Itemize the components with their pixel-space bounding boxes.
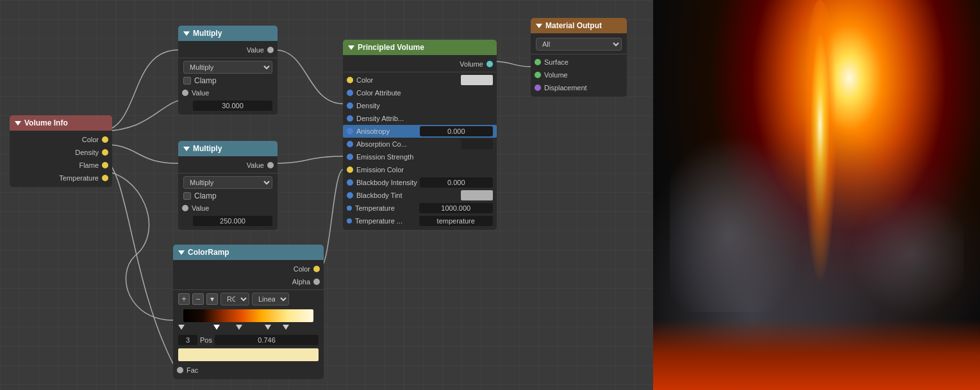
density-output-label: Density <box>13 149 99 156</box>
colorramp-more-button[interactable]: ▾ <box>206 293 218 305</box>
multiply2-clamp-row: Clamp <box>178 190 278 202</box>
material-output-target-select[interactable]: All <box>536 38 622 51</box>
pv-blackbody-tint-label: Blackbody Tint <box>356 191 461 199</box>
pv-color-row: Color <box>343 74 497 86</box>
pv-density-attr-socket[interactable] <box>347 115 353 122</box>
multiply1-clamp-checkbox[interactable] <box>183 77 191 85</box>
multiply1-value-in-label: Value <box>192 89 274 97</box>
pv-blackbody-tint-socket[interactable] <box>347 192 353 199</box>
colorramp-node: ColorRamp Color Alpha + − ▾ RGB Linear <box>173 245 324 379</box>
pv-temperature-label: Temperature <box>355 204 419 212</box>
pv-blackbody-intensity-socket[interactable] <box>347 179 353 186</box>
multiply2-clamp-checkbox[interactable] <box>183 192 191 200</box>
collapse-icon[interactable] <box>183 147 190 151</box>
multiply2-value-out-row: Value <box>178 159 278 172</box>
smoke-left <box>670 117 817 313</box>
color-output-label: Color <box>13 136 99 143</box>
pv-density-row: Density <box>343 99 497 112</box>
colorramp-interp-select[interactable]: Linear <box>252 293 289 305</box>
colorramp-add-stop-button[interactable]: + <box>178 293 190 305</box>
colorramp-fac-socket[interactable] <box>177 367 183 373</box>
principled-volume-header: Principled Volume <box>343 40 497 55</box>
pv-emission-strength-row: Emission Strength <box>343 150 497 163</box>
multiply2-body: Value Multiply Clamp Value 250.000 <box>178 156 278 230</box>
pv-temperature-attr-socket[interactable] <box>347 218 352 223</box>
colorramp-gradient[interactable] <box>183 309 313 322</box>
pv-temperature-attr-value[interactable]: temperature <box>419 216 494 226</box>
colorramp-color-out-socket[interactable] <box>313 266 320 272</box>
colorramp-stops-area <box>178 325 319 332</box>
stop-marker-2[interactable] <box>236 325 242 334</box>
multiply1-value-in-row: Value <box>178 86 278 99</box>
collapse-icon[interactable] <box>178 250 185 255</box>
pv-color-socket[interactable] <box>347 77 353 83</box>
multiply1-value-out-socket[interactable] <box>267 47 274 53</box>
multiply1-title: Multiply <box>193 29 222 38</box>
pv-emission-strength-socket[interactable] <box>347 154 353 160</box>
multiply2-header: Multiply <box>178 141 278 156</box>
colorramp-stop-index[interactable]: 3 <box>178 335 197 345</box>
volume-input-socket[interactable] <box>535 72 541 78</box>
colorramp-mode-select[interactable]: RGB <box>220 293 249 305</box>
multiply2-operation-select[interactable]: Multiply <box>183 176 272 189</box>
displacement-input-label: Displacement <box>544 84 623 92</box>
pv-temperature-value[interactable]: 1000.000 <box>419 203 494 213</box>
collapse-icon[interactable] <box>183 31 190 36</box>
flame-output-socket[interactable] <box>102 162 108 168</box>
collapse-icon[interactable] <box>348 45 354 50</box>
multiply2-clamp-label: Clamp <box>194 191 217 200</box>
pv-blackbody-tint-swatch[interactable] <box>461 190 493 200</box>
pv-color-attr-label: Color Attribute <box>356 89 493 97</box>
density-output-socket[interactable] <box>102 149 108 156</box>
pv-absorption-socket[interactable] <box>347 141 353 147</box>
pv-density-label: Density <box>356 102 493 110</box>
colorramp-pos-label: Pos <box>200 336 212 344</box>
principled-volume-node: Principled Volume Volume Color Color Att… <box>343 40 497 230</box>
pv-temperature-socket[interactable] <box>347 206 352 211</box>
colorramp-title: ColorRamp <box>188 248 229 257</box>
surface-input-label: Surface <box>544 58 623 66</box>
volume-out-socket[interactable] <box>486 61 493 67</box>
colorramp-alpha-out-socket[interactable] <box>313 279 320 285</box>
pv-anisotropy-socket[interactable] <box>347 128 353 134</box>
temperature-output-socket[interactable] <box>102 175 108 181</box>
pv-blackbody-intensity-label: Blackbody Intensity <box>356 179 420 186</box>
colorramp-pos-row: 3 Pos 0.746 <box>173 334 324 346</box>
displacement-input-socket[interactable] <box>535 85 541 91</box>
pv-emission-color-label: Emission Color <box>356 166 493 174</box>
pv-color-attr-socket[interactable] <box>347 90 353 96</box>
multiply2-dropdown-row: Multiply <box>178 175 278 190</box>
surface-input-socket[interactable] <box>535 59 541 65</box>
stop-marker-4[interactable] <box>283 325 289 334</box>
collapse-icon[interactable] <box>15 121 21 126</box>
volume-out-row: Volume <box>343 58 497 70</box>
colorramp-color-out-row: Color <box>173 263 324 275</box>
pv-density-socket[interactable] <box>347 102 353 109</box>
multiply2-value-num[interactable]: 250.000 <box>193 216 272 226</box>
pv-anisotropy-label: Anisotropy <box>356 127 420 135</box>
colorramp-color-preview[interactable] <box>178 348 319 361</box>
volume-info-title: Volume Info <box>24 118 68 127</box>
multiply1-operation-select[interactable]: Multiply <box>183 61 272 74</box>
colorramp-remove-stop-button[interactable]: − <box>192 293 204 305</box>
pv-blackbody-intensity-value[interactable]: 0.000 <box>420 177 494 188</box>
colorramp-pos-value[interactable]: 0.746 <box>215 335 319 345</box>
pv-color-swatch[interactable] <box>461 75 493 85</box>
pv-anisotropy-value[interactable]: 0.000 <box>420 126 494 136</box>
colorramp-body: Color Alpha + − ▾ RGB Linear <box>173 260 324 379</box>
stop-marker-0[interactable] <box>178 325 185 334</box>
pv-temperature-row: Temperature 1000.000 <box>343 202 497 215</box>
color-output-socket[interactable] <box>102 136 108 143</box>
multiply2-value-in-socket[interactable] <box>182 205 188 211</box>
multiply1-value-num[interactable]: 30.000 <box>193 101 272 111</box>
multiply1-node: Multiply Value Multiply Clamp Value 30.0… <box>178 26 278 115</box>
collapse-icon[interactable] <box>536 24 542 28</box>
pv-emission-color-socket[interactable] <box>347 167 353 173</box>
multiply1-value-out-row: Value <box>178 44 278 56</box>
pv-absorption-swatch[interactable] <box>461 139 493 149</box>
flame-output-label: Flame <box>13 161 99 169</box>
stop-marker-1[interactable] <box>213 325 220 334</box>
multiply2-value-out-socket[interactable] <box>267 162 274 168</box>
stop-marker-3[interactable] <box>265 325 271 334</box>
multiply1-value-in-socket[interactable] <box>182 90 188 96</box>
